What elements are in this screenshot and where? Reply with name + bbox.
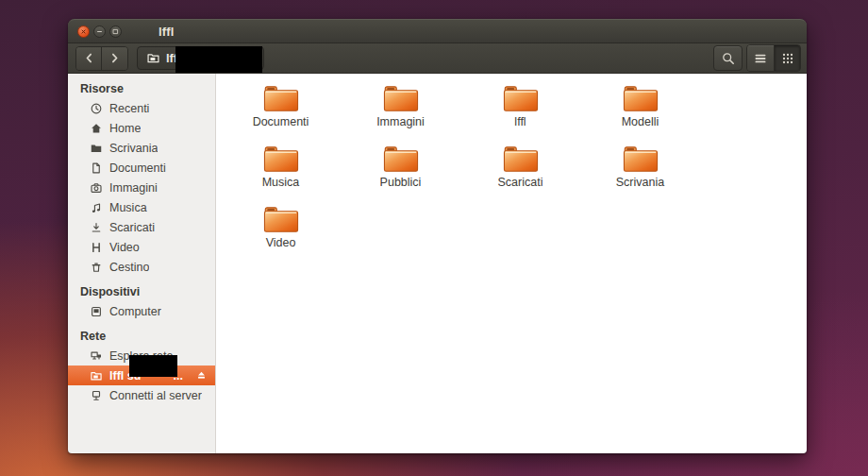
- sidebar-item-cestino[interactable]: Cestino: [68, 257, 215, 277]
- sidebar-item-scrivania[interactable]: Scrivania: [68, 138, 215, 158]
- sidebar-item-label: Cestino: [109, 261, 149, 274]
- sidebar-heading: Rete: [68, 327, 215, 346]
- sidebar: RisorseRecentiHomeScrivaniaDocumentiImma…: [68, 74, 216, 453]
- folder-large-icon: [262, 204, 300, 235]
- chevron-left-icon: [82, 51, 96, 65]
- folder-label: Scrivania: [616, 176, 664, 189]
- folder-large-icon: [622, 144, 659, 175]
- toolbar-actions: [713, 44, 801, 72]
- sidebar-item-immagini[interactable]: Immagini: [68, 178, 215, 197]
- folder-large-icon: [502, 144, 540, 175]
- redaction-box-breadcrumb: [175, 46, 262, 73]
- window-body: RisorseRecentiHomeScrivaniaDocumentiImma…: [68, 74, 807, 453]
- sidebar-section: RisorseRecentiHomeScrivaniaDocumentiImma…: [68, 79, 215, 277]
- sidebar-item-label: Video: [109, 241, 140, 254]
- sidebar-item-label: Scrivania: [109, 142, 158, 155]
- folder-scaricati[interactable]: Scaricati: [460, 144, 580, 204]
- sidebar-item-label: Musica: [109, 201, 147, 214]
- search-icon: [721, 51, 736, 66]
- folder-label: Video: [266, 236, 296, 249]
- window-title: lffl: [159, 25, 175, 39]
- computer-icon: [90, 305, 103, 318]
- maximize-button[interactable]: [109, 26, 122, 38]
- folder-icon: [90, 142, 103, 155]
- sidebar-item-label: Immagini: [109, 181, 158, 195]
- window-controls: [77, 26, 122, 38]
- sidebar-item-label: Home: [109, 122, 141, 135]
- home-icon: [90, 122, 103, 135]
- sidebar-item-documenti[interactable]: Documenti: [68, 158, 215, 178]
- nav-button-group: [75, 46, 128, 71]
- view-toggle-group: [746, 44, 801, 72]
- folder-label: Musica: [262, 176, 300, 189]
- titlebar[interactable]: lffl: [68, 19, 807, 43]
- sidebar-item-label: Recenti: [109, 102, 149, 115]
- download-icon: [90, 221, 103, 234]
- folder-scrivania[interactable]: Scrivania: [580, 144, 700, 204]
- search-button[interactable]: [713, 45, 743, 71]
- close-icon: [79, 27, 88, 36]
- sidebar-item-label: Scaricati: [109, 221, 155, 234]
- network-icon: [90, 349, 103, 363]
- remote-folder-icon: [90, 369, 103, 382]
- chevron-right-icon: [108, 51, 122, 65]
- folder-large-icon: [622, 83, 659, 114]
- back-button[interactable]: [76, 47, 102, 70]
- folder-documenti[interactable]: Documenti: [221, 83, 341, 144]
- clock-icon: [90, 102, 103, 115]
- sidebar-section: DispositiviComputer: [68, 282, 215, 321]
- redaction-box-sidebar: [129, 355, 177, 377]
- grid-view-icon: [780, 51, 795, 66]
- list-view-button[interactable]: [747, 45, 774, 71]
- camera-icon: [90, 181, 103, 195]
- sidebar-item-video[interactable]: Video: [68, 237, 215, 257]
- sidebar-item-label: Connetti al server: [109, 389, 202, 402]
- folder-musica[interactable]: Musica: [221, 144, 341, 204]
- list-view-icon: [753, 51, 768, 66]
- folder-large-icon: [262, 83, 300, 114]
- network-folder-icon: [146, 51, 160, 65]
- folder-large-icon: [382, 83, 420, 114]
- sidebar-heading: Dispositivi: [68, 282, 215, 301]
- sidebar-item-home[interactable]: Home: [68, 118, 215, 138]
- folder-grid: Documenti Immagini lffl: [216, 74, 807, 264]
- minimize-icon: [95, 27, 104, 36]
- music-note-icon: [90, 201, 103, 214]
- sidebar-item-musica[interactable]: Musica: [68, 197, 215, 217]
- sidebar-item-label: Computer: [109, 305, 161, 318]
- folder-label: lffl: [514, 115, 526, 128]
- folder-label: Immagini: [376, 115, 425, 128]
- sidebar-item-scaricati[interactable]: Scaricati: [68, 217, 215, 237]
- folder-modelli[interactable]: Modelli: [580, 83, 700, 144]
- sidebar-item-connetti-al-server[interactable]: Connetti al server: [68, 385, 215, 405]
- maximize-icon: [111, 27, 120, 36]
- folder-video[interactable]: Video: [221, 204, 341, 264]
- minimize-button[interactable]: [93, 26, 106, 38]
- file-manager-window: lffl lffl su RisorseRecentiHomeScrivania…: [68, 19, 807, 453]
- folder-large-icon: [502, 83, 540, 114]
- sidebar-heading: Risorse: [68, 79, 215, 98]
- document-icon: [90, 162, 103, 175]
- close-button[interactable]: [77, 26, 90, 38]
- folder-label: Modelli: [622, 115, 659, 128]
- sidebar-item-recenti[interactable]: Recenti: [68, 98, 215, 118]
- file-view[interactable]: Documenti Immagini lffl: [216, 74, 807, 453]
- trash-icon: [90, 261, 103, 274]
- folder-label: Pubblici: [380, 176, 422, 189]
- folder-pubblici[interactable]: Pubblici: [341, 144, 460, 204]
- eject-icon[interactable]: [195, 369, 208, 382]
- server-icon: [90, 389, 103, 402]
- sidebar-item-computer[interactable]: Computer: [68, 301, 215, 321]
- forward-button[interactable]: [102, 47, 127, 70]
- folder-label: Documenti: [253, 115, 309, 128]
- sidebar-item-label: Documenti: [109, 162, 166, 175]
- folder-immagini[interactable]: Immagini: [341, 83, 460, 144]
- film-icon: [90, 241, 103, 254]
- folder-large-icon: [262, 144, 300, 175]
- folder-lffl[interactable]: lffl: [460, 83, 580, 144]
- desktop: lffl lffl su RisorseRecentiHomeScrivania…: [0, 0, 868, 476]
- folder-large-icon: [382, 144, 420, 175]
- folder-label: Scaricati: [498, 176, 543, 189]
- grid-view-button[interactable]: [774, 45, 800, 71]
